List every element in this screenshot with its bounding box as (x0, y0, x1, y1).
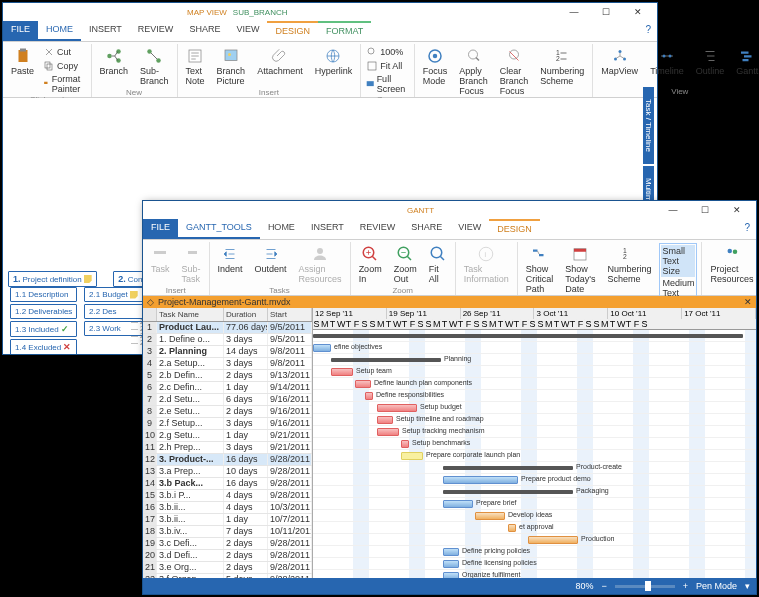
gantt-bar[interactable] (443, 476, 518, 484)
paste-button[interactable]: Paste (7, 45, 38, 78)
gantt-bar[interactable] (443, 500, 473, 508)
indent-button[interactable]: Indent (214, 243, 247, 276)
attachment-button[interactable]: Attachment (253, 45, 307, 78)
table-row[interactable]: 19 3.c Defi...2 days9/28/2011 (143, 538, 312, 550)
context-tab-subbranch[interactable]: SUB_BRANCH (233, 8, 288, 17)
hdr-duration[interactable]: Duration (224, 308, 268, 321)
w2-tab-gantttools[interactable]: GANTT_TOOLS (178, 219, 260, 239)
table-row[interactable]: 1 Product Lau...77.06 days9/5/2011 (143, 322, 312, 334)
zoom-minus[interactable]: − (601, 581, 606, 591)
win1-close[interactable]: ✕ (623, 7, 653, 17)
w2-tab-share[interactable]: SHARE (403, 219, 450, 239)
hdr-start[interactable]: Start (268, 308, 312, 321)
fullscreen-button[interactable]: Full Screen (365, 73, 410, 95)
today-button[interactable]: Show Today's Date (561, 243, 599, 296)
fitall-button[interactable]: Fit All (365, 59, 410, 73)
gantt-bar[interactable] (377, 404, 417, 412)
w2-tab-home[interactable]: HOME (260, 219, 303, 239)
gantt-bar[interactable] (443, 490, 573, 494)
doc-tab[interactable]: ◇Project-Management-Gantt.mvdx✕ (143, 296, 756, 308)
table-row[interactable]: 13 3.a Prep...10 days9/28/2011 (143, 466, 312, 478)
sidetab-task-timeline[interactable]: Task / Timeline (643, 87, 654, 164)
gantt-bar[interactable] (377, 428, 399, 436)
copy-button[interactable]: Copy (42, 59, 87, 73)
w2-tab-insert[interactable]: INSERT (303, 219, 352, 239)
w2-tab-view[interactable]: VIEW (450, 219, 489, 239)
w2-tab-review[interactable]: REVIEW (352, 219, 404, 239)
mindmap-node[interactable]: 2.1 Budget (84, 287, 143, 302)
gantt-button[interactable]: Gantt (732, 45, 759, 78)
zoom100-button[interactable]: 100% (365, 45, 410, 59)
win1-minimize[interactable]: — (559, 7, 589, 17)
mapview-button[interactable]: MapView (597, 45, 642, 78)
mindmap-node[interactable]: 1.1 Description (10, 287, 77, 302)
tab-share[interactable]: SHARE (181, 21, 228, 41)
mindmap-node[interactable]: 1. Project definition (8, 271, 97, 287)
numbering-button[interactable]: 12Numbering Scheme (603, 243, 655, 286)
mindmap-node[interactable]: 1.4 Excluded ✕ (10, 339, 77, 354)
table-row[interactable]: 11 2.h Prep...3 days9/21/2011 (143, 442, 312, 454)
table-row[interactable]: 12 3. Product-...16 days9/28/2011 (143, 454, 312, 466)
assign-resources-button[interactable]: Assign Resources (295, 243, 346, 286)
gantt-bar[interactable] (443, 560, 459, 568)
outline-button[interactable]: Outline (692, 45, 729, 78)
zoomout-button[interactable]: Zoom Out (390, 243, 421, 286)
gantt-bar[interactable] (355, 380, 371, 388)
tab-design[interactable]: DESIGN (267, 21, 318, 41)
gantt-bar[interactable] (401, 452, 423, 460)
table-row[interactable]: 16 3.b.ii...4 days10/3/2011 (143, 502, 312, 514)
gantt-bar[interactable] (475, 512, 505, 520)
gantt-bar[interactable] (313, 334, 743, 338)
gantt-chart[interactable]: 12 Sep '1119 Sep '1126 Sep '113 Oct '111… (313, 308, 756, 578)
smalltext-button[interactable]: Small Text Size (661, 245, 695, 277)
gantt-bar[interactable] (508, 524, 516, 532)
table-row[interactable]: 4 2.a Setup...3 days9/8/2011 (143, 358, 312, 370)
gantt-bar[interactable] (443, 548, 459, 556)
help-icon[interactable]: ? (639, 21, 657, 41)
proj-resources-button[interactable]: Project Resources (706, 243, 757, 286)
table-row[interactable]: 18 3.b.iv...7 days10/11/2011 (143, 526, 312, 538)
table-row[interactable]: 10 2.g Setu...1 day9/21/2011 (143, 430, 312, 442)
focusmode-button[interactable]: Focus Mode (419, 45, 452, 88)
gantt-bar[interactable] (331, 368, 353, 376)
win1-maximize[interactable]: ☐ (591, 7, 621, 17)
table-row[interactable]: 2 1. Define o...3 days9/5/2011 (143, 334, 312, 346)
gantt-bar[interactable] (528, 536, 578, 544)
doc-close-icon[interactable]: ✕ (744, 297, 752, 307)
table-row[interactable]: 17 3.b.ii...1 day10/7/2011 (143, 514, 312, 526)
critpath-button[interactable]: Show Critical Path (522, 243, 558, 296)
pen-dropdown-icon[interactable]: ▾ (745, 581, 750, 591)
hdr-taskname[interactable]: Task Name (157, 308, 224, 321)
w2-tab-file[interactable]: FILE (143, 219, 178, 239)
zoomin-button[interactable]: Zoom In (355, 243, 386, 286)
table-row[interactable]: 5 2.b Defin...2 days9/13/2011 (143, 370, 312, 382)
branch-button[interactable]: Branch (96, 45, 133, 78)
table-row[interactable]: 7 2.d Setu...6 days9/16/2011 (143, 394, 312, 406)
hyperlink-button[interactable]: Hyperlink (311, 45, 357, 78)
gantt-bar[interactable] (377, 416, 393, 424)
tab-home[interactable]: HOME (38, 21, 81, 41)
numbering-button[interactable]: 12Numbering Scheme (536, 45, 588, 88)
subbranch-button[interactable]: Sub-Branch (136, 45, 173, 88)
mindmap-node[interactable]: 2.2 Des (84, 304, 143, 319)
tab-format[interactable]: FORMAT (318, 21, 371, 41)
gantt-bar[interactable] (401, 440, 409, 448)
mindmap-node[interactable]: 1.2 Deliverables (10, 304, 77, 319)
applyfocus-button[interactable]: Apply Branch Focus (455, 45, 492, 98)
mindmap-node[interactable]: 1.3 Included ✓ (10, 321, 77, 337)
tab-view[interactable]: VIEW (228, 21, 267, 41)
gantt-bar[interactable] (313, 344, 331, 352)
table-row[interactable]: 15 3.b.i P...4 days9/28/2011 (143, 490, 312, 502)
win2-minimize[interactable]: — (658, 205, 688, 215)
table-row[interactable]: 9 2.f Setup...3 days9/16/2011 (143, 418, 312, 430)
gantt-bar[interactable] (443, 466, 573, 470)
pen-mode[interactable]: Pen Mode (696, 581, 737, 591)
format-painter-button[interactable]: Format Painter (42, 73, 87, 95)
table-row[interactable]: 6 2.c Defin...1 day9/14/2011 (143, 382, 312, 394)
gantt-bar[interactable] (443, 572, 459, 578)
timeline-button[interactable]: Timeline (646, 45, 688, 78)
table-row[interactable]: 3 2. Planning14 days9/8/2011 (143, 346, 312, 358)
subtask-button[interactable]: Sub-Task (178, 243, 205, 286)
w2-tab-design[interactable]: DESIGN (489, 219, 540, 239)
table-row[interactable]: 21 3.e Org...2 days9/28/2011 (143, 562, 312, 574)
